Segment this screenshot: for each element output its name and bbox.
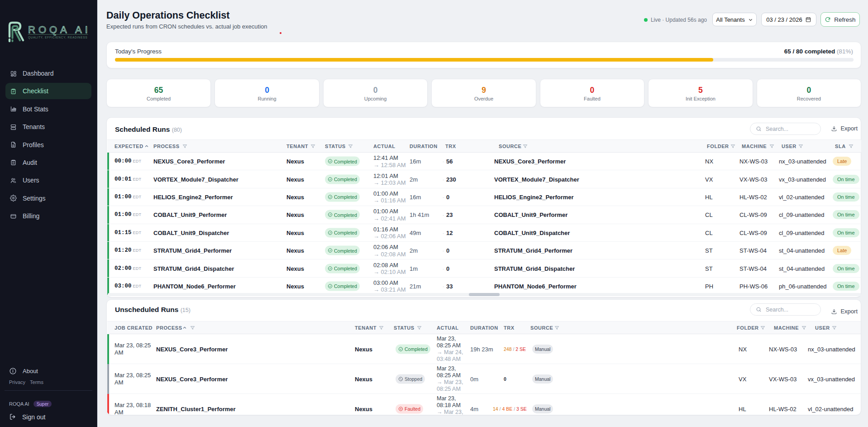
svg-text:QUALITY, EFFICIENCY, READINESS: QUALITY, EFFICIENCY, READINESS xyxy=(28,36,88,39)
svg-text:ROQA: ROQA xyxy=(28,24,70,35)
svg-text:AI: AI xyxy=(75,24,91,35)
